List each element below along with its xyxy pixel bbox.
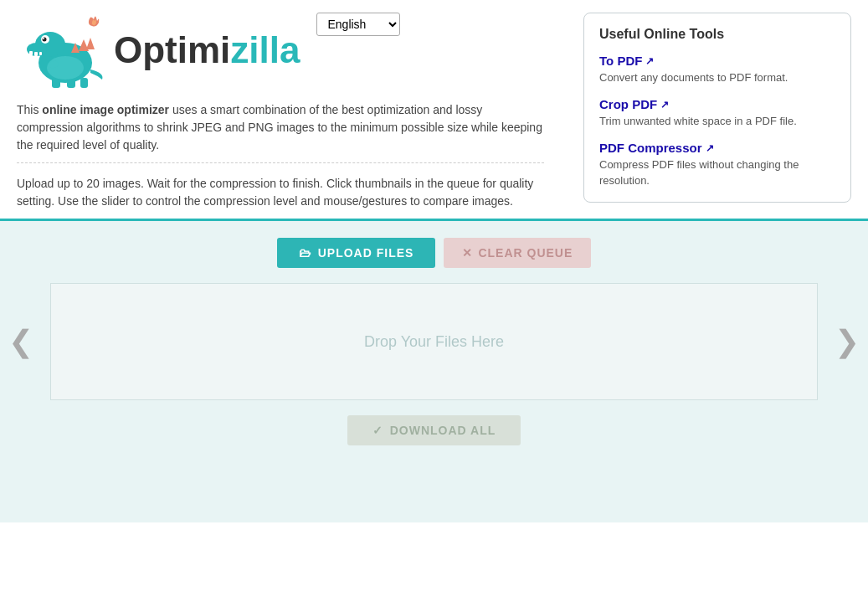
svg-rect-6 (29, 51, 33, 55)
tool-name-crop-pdf: Crop PDF (599, 97, 657, 111)
carousel-right-arrow[interactable]: ❯ (835, 324, 860, 359)
upload-button-label: UPLOAD FILES (318, 246, 414, 260)
tool-item-crop-pdf: Crop PDF ↗ Trim unwanted white space in … (599, 97, 835, 129)
svg-point-5 (43, 38, 44, 39)
upload-files-button[interactable]: 🗁 UPLOAD FILES (277, 238, 436, 268)
language-select[interactable]: English Español Français Deutsch 中文 (316, 13, 400, 36)
svg-point-4 (43, 38, 47, 42)
svg-rect-12 (52, 78, 60, 88)
logo-dino-icon (17, 13, 109, 88)
clear-queue-button[interactable]: ✕ CLEAR QUEUE (444, 238, 591, 268)
clear-icon: ✕ (462, 246, 473, 260)
svg-rect-7 (34, 52, 38, 56)
tool-desc-pdf-compressor: Compress PDF files without changing the … (599, 157, 835, 188)
logo-zilla: zilla (230, 29, 300, 70)
download-all-button[interactable]: ✓ DOWNLOAD ALL (347, 415, 521, 445)
tool-link-pdf-compressor[interactable]: PDF Compressor ↗ (599, 141, 835, 155)
crop-pdf-link-icon: ↗ (660, 99, 669, 111)
header: Optimizilla English Español Français Deu… (0, 0, 868, 219)
tool-name-to-pdf: To PDF (599, 54, 642, 68)
header-top-row: Optimizilla English Español Français Deu… (17, 13, 575, 101)
clear-button-label: CLEAR QUEUE (478, 246, 573, 260)
svg-rect-8 (39, 52, 42, 55)
download-all-icon: ✓ (372, 424, 383, 437)
tool-item-to-pdf: To PDF ↗ Convert any documents to PDF fo… (599, 54, 835, 85)
instructions-text: Upload up to 20 images. Wait for the com… (17, 175, 544, 210)
description-text: This online image optimizer uses a smart… (17, 101, 544, 163)
upload-section: 🗁 UPLOAD FILES ✕ CLEAR QUEUE ❮ Drop Your… (0, 221, 868, 522)
logo-optimi: Optimi (114, 29, 230, 70)
pdf-compressor-link-icon: ↗ (706, 142, 714, 154)
logo-area: Optimizilla (17, 13, 300, 88)
sidebar-tools: Useful Online Tools To PDF ↗ Convert any… (583, 13, 851, 203)
logo-text: Optimizilla (114, 29, 300, 71)
download-all-label: DOWNLOAD ALL (390, 424, 496, 437)
tool-name-pdf-compressor: PDF Compressor (599, 141, 702, 155)
upload-buttons: 🗁 UPLOAD FILES ✕ CLEAR QUEUE (0, 238, 868, 268)
drop-zone[interactable]: Drop Your Files Here (50, 283, 818, 400)
header-left: Optimizilla English Español Français Deu… (17, 13, 575, 210)
carousel-left-arrow[interactable]: ❮ (8, 324, 33, 359)
drop-zone-text: Drop Your Files Here (364, 333, 504, 351)
upload-icon: 🗁 (299, 246, 311, 260)
svg-point-16 (47, 56, 84, 80)
sidebar-title: Useful Online Tools (599, 27, 835, 42)
svg-rect-13 (67, 80, 75, 88)
description-bold: online image optimizer (42, 103, 169, 116)
tool-link-crop-pdf[interactable]: Crop PDF ↗ (599, 97, 835, 111)
tool-desc-crop-pdf: Trim unwanted white space in a PDF file. (599, 114, 835, 129)
to-pdf-link-icon: ↗ (645, 55, 654, 67)
tool-link-to-pdf[interactable]: To PDF ↗ (599, 54, 835, 68)
language-selector-wrap: English Español Français Deutsch 中文 (316, 13, 400, 36)
svg-marker-11 (86, 38, 95, 49)
tool-desc-to-pdf: Convert any documents to PDF format. (599, 70, 835, 85)
drop-zone-container: ❮ Drop Your Files Here ❯ (0, 283, 868, 400)
svg-rect-14 (80, 78, 88, 88)
download-all-wrap: ✓ DOWNLOAD ALL (0, 400, 868, 461)
tool-item-pdf-compressor: PDF Compressor ↗ Compress PDF files with… (599, 141, 835, 188)
